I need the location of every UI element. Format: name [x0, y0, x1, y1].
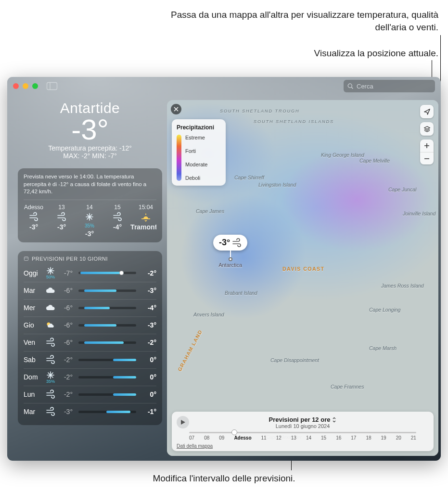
- hourly-panel: Prevista neve verso le 14:00. La tempera…: [18, 168, 162, 242]
- legend-level: Forti: [185, 148, 207, 154]
- titlebar: Cerca: [7, 77, 441, 95]
- legend-title: Precipitazioni: [177, 124, 221, 131]
- map-pin[interactable]: -3° Antarctica: [213, 235, 247, 268]
- timeline-slider[interactable]: 070809Adesso1112131415161718192021: [189, 432, 416, 441]
- legend-level: Estreme: [185, 135, 207, 140]
- ten-day-row[interactable]: Dom35%-2°0°: [24, 368, 156, 386]
- map-place-label: Cape Framnes: [331, 384, 364, 390]
- pin-label: Antarctica: [218, 262, 242, 268]
- timeline-hour: Adesso: [234, 435, 251, 441]
- ten-day-row[interactable]: Mer-6°-4°: [24, 299, 156, 316]
- map-place-label: James Ross Island: [381, 283, 424, 289]
- ten-day-row[interactable]: Mar-3°-1°: [24, 403, 156, 420]
- forecast-narrative: Prevista neve verso le 14:00. La tempera…: [24, 173, 156, 200]
- wind-icon: [43, 338, 58, 347]
- cloud-icon: [43, 304, 58, 312]
- map-credit-link[interactable]: Dati della mappa: [177, 443, 213, 449]
- zoom-out-button[interactable]: [420, 152, 434, 164]
- map-place-label: King George Island: [321, 152, 364, 158]
- snow-icon: [85, 212, 94, 222]
- timeline-hour: 16: [336, 435, 341, 441]
- timeline-hour: 09: [219, 435, 224, 441]
- pin-temp: -3°: [219, 238, 230, 248]
- zoom-controls: [420, 139, 434, 164]
- timeline-hour: 18: [366, 435, 371, 441]
- map-place-label: DAVIS COAST: [282, 266, 324, 272]
- timeline-hour: 17: [351, 435, 356, 441]
- wind-icon: [57, 212, 66, 222]
- wind-icon: [113, 212, 122, 222]
- current-temp: -3°: [18, 115, 162, 144]
- wind-icon: [29, 212, 38, 222]
- wind-icon: [43, 390, 58, 399]
- search-placeholder: Cerca: [357, 83, 373, 90]
- timeline-hour: 13: [291, 435, 296, 441]
- map-legend: Precipitazioni EstremeFortiModerateDebol…: [172, 119, 226, 186]
- map-place-label: Cape Marsh: [369, 345, 397, 351]
- legend-gradient: [177, 135, 181, 181]
- minimize-button[interactable]: [23, 83, 28, 89]
- play-button[interactable]: [177, 416, 189, 428]
- ten-day-panel: PREVISIONI PER 10 GIORNI Oggi50%-7°-2°Ma…: [18, 251, 162, 425]
- updown-chevron-icon: [332, 417, 336, 423]
- map-controls: [420, 105, 434, 164]
- locate-button[interactable]: [420, 105, 434, 118]
- svg-rect-10: [24, 257, 28, 261]
- timeline-hour: 14: [306, 435, 311, 441]
- wind-icon: [43, 355, 58, 364]
- forecast-date: Lunedì 10 giugno 2024: [194, 423, 411, 429]
- timeline-hour: 15: [321, 435, 326, 441]
- timeline-hour: 08: [204, 435, 209, 441]
- svg-line-3: [352, 87, 353, 88]
- timeline-hour: 11: [261, 435, 267, 441]
- left-column: Antartide -3° Temperatura percepita: -12…: [18, 100, 162, 425]
- legend-level: Moderate: [185, 162, 207, 167]
- snow-icon: 50%: [43, 266, 58, 279]
- hour-item[interactable]: 15:04Tramonto: [135, 204, 156, 238]
- hour-item[interactable]: 1435%-3°: [79, 204, 100, 238]
- map-footer: Previsioni per 12 ore Lunedì 10 giugno 2…: [172, 412, 434, 451]
- zoom-in-button[interactable]: [420, 139, 434, 152]
- forecast-range-selector[interactable]: Previsioni per 12 ore: [269, 416, 337, 423]
- search-input[interactable]: Cerca: [344, 80, 435, 92]
- high-low: MAX: -2° MIN: -7°: [18, 152, 162, 160]
- ten-day-row[interactable]: Gio-6°-3°: [24, 316, 156, 334]
- callout-layers: Passa da una mappa all'altra per visuali…: [150, 9, 438, 33]
- map-panel[interactable]: Precipitazioni EstremeFortiModerateDebol…: [167, 100, 438, 456]
- sunset-icon: [141, 212, 151, 222]
- ten-day-row[interactable]: Mar-6°-3°: [24, 282, 156, 299]
- maximize-button[interactable]: [32, 83, 38, 89]
- close-button[interactable]: [13, 83, 19, 89]
- map-place-label: Anvers Island: [193, 312, 224, 317]
- legend-level: Deboli: [185, 175, 207, 181]
- hourly-row[interactable]: Adesso-3°13-3°1435%-3°15-4°15:04Tramonto: [24, 200, 156, 238]
- close-icon: [174, 107, 179, 112]
- layers-button[interactable]: [420, 122, 434, 136]
- timeline-knob[interactable]: [231, 429, 237, 435]
- svg-point-2: [348, 84, 352, 88]
- ten-day-header: PREVISIONI PER 10 GIORNI: [24, 256, 156, 264]
- map-place-label: Brabant Island: [225, 290, 257, 296]
- map-place-label: SOUTH SHETLAND ISLANDS: [254, 119, 334, 124]
- snow-icon: 35%: [43, 371, 58, 384]
- cloud-icon: [43, 287, 58, 294]
- ten-day-row[interactable]: Sab-2°0°: [24, 351, 156, 368]
- ten-day-row[interactable]: Ven-6°-2°: [24, 334, 156, 351]
- play-icon: [180, 419, 186, 425]
- hour-item[interactable]: 13-3°: [51, 204, 72, 238]
- map-close-button[interactable]: [171, 104, 181, 114]
- pin-bubble: -3°: [213, 235, 247, 251]
- map-place-label: Cape Melville: [359, 158, 390, 164]
- ten-day-row[interactable]: Lun-2°0°: [24, 386, 156, 403]
- map-place-label: Cape Juncal: [388, 187, 416, 192]
- location-arrow-icon: [423, 108, 431, 115]
- hour-item[interactable]: 15-4°: [107, 204, 128, 238]
- hour-item[interactable]: Adesso-3°: [24, 204, 44, 238]
- timeline-hour: 19: [381, 435, 386, 441]
- timeline-hour: 12: [276, 435, 282, 441]
- ten-day-row[interactable]: Oggi50%-7°-2°: [24, 264, 156, 282]
- plus-icon: [424, 143, 430, 149]
- weather-window: Cerca Antartide -3° Temperatura percepit…: [7, 77, 441, 461]
- sidebar-toggle-button[interactable]: [47, 82, 57, 90]
- map-place-label: Cape Longing: [369, 307, 400, 313]
